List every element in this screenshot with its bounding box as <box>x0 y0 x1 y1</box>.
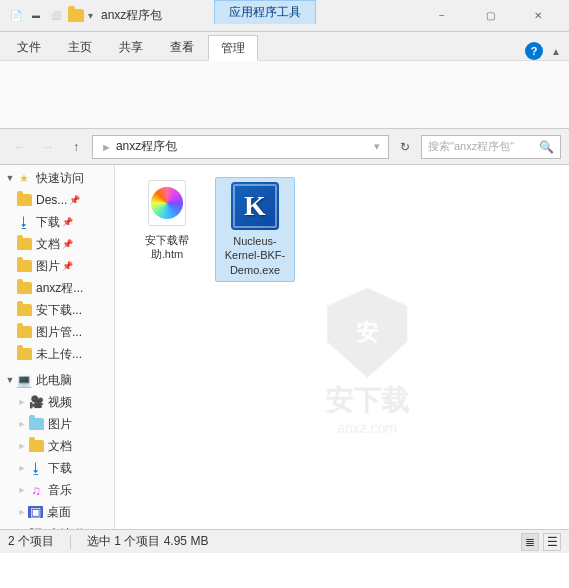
quick-access-label: 快速访问 <box>36 170 84 187</box>
path-text: anxz程序包 <box>116 138 177 155</box>
anxz-label: anxz程... <box>36 280 83 297</box>
search-icon[interactable]: 🔍 <box>539 140 554 154</box>
expand-this-pc: ▼ <box>4 375 16 385</box>
pc-downloads-label: 下载 <box>48 460 72 477</box>
close-button[interactable]: ✕ <box>515 0 561 32</box>
restore-quick-btn[interactable]: ⬜ <box>48 8 64 24</box>
pictures-icon <box>16 258 32 274</box>
sidebar-item-anxz[interactable]: anxz程... <box>0 277 114 299</box>
sidebar-item-documents[interactable]: 文档 📌 <box>0 233 114 255</box>
expand-video: ► <box>16 397 28 407</box>
video-label: 视频 <box>48 394 72 411</box>
quick-access-header[interactable]: ▼ ★ 快速访问 <box>0 167 114 189</box>
sidebar-item-video[interactable]: ► 🎥 视频 <box>0 391 114 413</box>
anxzdownload-label: 安下载... <box>36 302 82 319</box>
sidebar-item-desktop-pc[interactable]: ► ▣ 桌面 <box>0 501 114 523</box>
maximize-button[interactable]: ▢ <box>467 0 513 32</box>
pc-docs-label: 文档 <box>48 438 72 455</box>
expand-music: ► <box>16 485 28 495</box>
sidebar-item-localdisk[interactable]: ► 💾 本地磁... <box>0 523 114 529</box>
back-button[interactable]: ← <box>8 135 32 159</box>
ribbon: 文件 主页 共享 查看 管理 ? ▲ <box>0 32 569 129</box>
video-icon: 🎥 <box>28 394 44 410</box>
forward-button[interactable]: → <box>36 135 60 159</box>
selected-info: 选中 1 个项目 4.95 MB <box>87 533 208 550</box>
file-item-exe[interactable]: K Nucleus-Kernel-BKF-Demo.exe <box>215 177 295 282</box>
exe-k-letter: K <box>244 190 266 222</box>
docs-icon <box>16 236 32 252</box>
htm-file-label: 安下载帮助.htm <box>131 233 203 262</box>
ribbon-tab-bar: 文件 主页 共享 查看 管理 ? ▲ <box>0 32 569 60</box>
tab-manage[interactable]: 管理 <box>208 35 258 61</box>
star-icon: ★ <box>16 170 32 186</box>
minimize-button[interactable]: − <box>419 0 465 32</box>
minimize-quick-btn[interactable]: ▬ <box>28 8 44 24</box>
collapse-ribbon-button[interactable]: ▲ <box>551 46 561 57</box>
refresh-button[interactable]: ↻ <box>393 135 417 159</box>
sidebar-item-anxzdownload[interactable]: 安下载... <box>0 299 114 321</box>
tools-tab-title[interactable]: 应用程序工具 <box>214 0 316 24</box>
htm-file-icon <box>143 181 191 229</box>
pc-pictures-label: 图片 <box>48 416 72 433</box>
sidebar: ▼ ★ 快速访问 Des... 📌 ⭳ 下载 📌 文档 📌 图片 <box>0 165 115 529</box>
help-button[interactable]: ? <box>525 42 543 60</box>
desktop-pc-label: 桌面 <box>47 504 71 521</box>
picmgr-folder-icon <box>16 324 32 340</box>
this-pc-header[interactable]: ▼ 💻 此电脑 <box>0 369 114 391</box>
tab-view[interactable]: 查看 <box>157 34 207 60</box>
localdisk-label: 本地磁... <box>48 526 94 530</box>
watermark-shield: 安 <box>327 288 407 378</box>
search-placeholder: 搜索"anxz程序包" <box>428 139 535 154</box>
pin-icon3: 📌 <box>62 239 73 249</box>
item-count: 2 个项目 <box>8 533 54 550</box>
sidebar-item-pc-pictures[interactable]: ► 图片 <box>0 413 114 435</box>
pictures-label: 图片 <box>36 258 60 275</box>
content-area: 安 安下载 anxz.com 安下载帮助.htm K <box>115 165 569 529</box>
tab-file[interactable]: 文件 <box>4 34 54 60</box>
sidebar-item-desktop[interactable]: Des... 📌 <box>0 189 114 211</box>
this-pc-label: 此电脑 <box>36 372 72 389</box>
sidebar-item-upload[interactable]: 未上传... <box>0 343 114 365</box>
music-icon: ♫ <box>28 482 44 498</box>
sidebar-item-pc-docs[interactable]: ► 文档 <box>0 435 114 457</box>
pc-docs-icon <box>28 438 44 454</box>
pin-icon2: 📌 <box>62 217 73 227</box>
main-area: ▼ ★ 快速访问 Des... 📌 ⭳ 下载 📌 文档 📌 图片 <box>0 165 569 529</box>
sidebar-item-music[interactable]: ► ♫ 音乐 <box>0 479 114 501</box>
tab-home[interactable]: 主页 <box>55 34 105 60</box>
music-label: 音乐 <box>48 482 72 499</box>
disk-icon: 💾 <box>28 526 44 529</box>
path-dropdown[interactable]: ▾ <box>374 140 380 153</box>
view-toggle: ≣ ☰ <box>521 533 561 551</box>
sidebar-item-downloads[interactable]: ⭳ 下载 📌 <box>0 211 114 233</box>
expand-pc-pictures: ► <box>16 419 28 429</box>
watermark: 安 安下载 anxz.com <box>325 288 409 436</box>
pin-icon: 📌 <box>69 195 80 205</box>
sidebar-item-pc-downloads[interactable]: ► ⭳ 下载 <box>0 457 114 479</box>
picmgr-label: 图片管... <box>36 324 82 341</box>
downloads-label: 下载 <box>36 214 60 231</box>
title-bar-icons: 📄 ▬ ⬜ ▾ <box>8 8 93 24</box>
tab-share[interactable]: 共享 <box>106 34 156 60</box>
address-path[interactable]: ► anxz程序包 ▾ <box>92 135 389 159</box>
window-controls: − ▢ ✕ <box>419 0 561 32</box>
up-button[interactable]: ↑ <box>64 135 88 159</box>
pc-download-icon: ⭳ <box>28 460 44 476</box>
watermark-text: 安下载 <box>325 382 409 420</box>
ribbon-content <box>0 60 569 128</box>
sidebar-item-pictures[interactable]: 图片 📌 <box>0 255 114 277</box>
quick-access-section: ▼ ★ 快速访问 Des... 📌 ⭳ 下载 📌 文档 📌 图片 <box>0 165 114 367</box>
expand-desktop: ► <box>16 507 28 517</box>
sidebar-item-picmgr[interactable]: 图片管... <box>0 321 114 343</box>
list-view-button[interactable]: ≣ <box>521 533 539 551</box>
status-bar: 2 个项目 选中 1 个项目 4.95 MB ≣ ☰ <box>0 529 569 553</box>
upload-folder-icon <box>16 346 32 362</box>
expand-quick-access: ▼ <box>4 173 16 183</box>
dropdown-arrow[interactable]: ▾ <box>88 10 93 21</box>
file-item-htm[interactable]: 安下载帮助.htm <box>127 177 207 282</box>
search-box[interactable]: 搜索"anxz程序包" 🔍 <box>421 135 561 159</box>
desktop-label: Des... <box>36 193 67 207</box>
details-view-button[interactable]: ☰ <box>543 533 561 551</box>
download-folder-icon: ⭳ <box>16 214 32 230</box>
exe-file-icon: K <box>231 182 279 230</box>
